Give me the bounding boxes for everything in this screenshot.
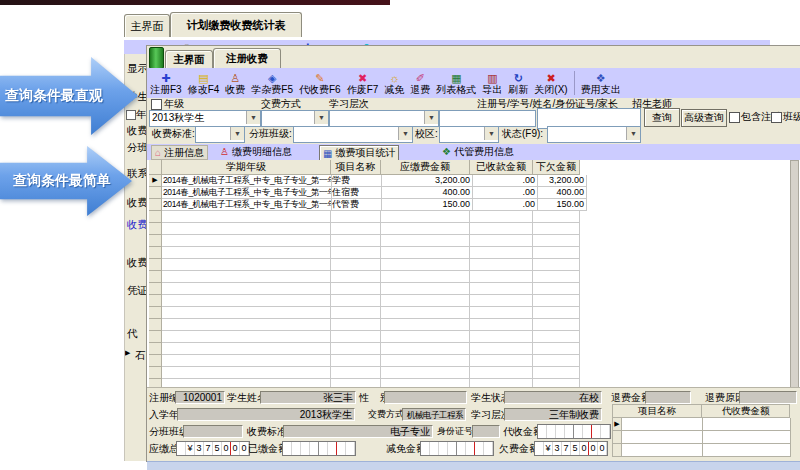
refund-button[interactable]: ✐退费 [407, 72, 433, 95]
app-icon [149, 47, 164, 69]
owed-cell[interactable]: 150.00 [538, 199, 587, 211]
due-cell[interactable]: 3,200.00 [382, 175, 473, 187]
chevron-down-icon[interactable]: ▼ [246, 111, 260, 124]
term-cell[interactable]: 2014春_机械电子工程系_中专_电子专业_第一年 [162, 199, 332, 211]
empty-cell [381, 367, 470, 379]
void-button[interactable]: ✖作废F7 [344, 72, 382, 95]
fee-standard-combobox[interactable]: ▼ [195, 126, 245, 143]
house-icon: ⌂ [155, 147, 161, 158]
view-tab-strip: ⌂注册信息♙缴费明细信息▦缴费项目统计❖代管费用信息 [147, 144, 800, 160]
digit-cell: 5 [213, 442, 222, 455]
outer-tab-fee-statistics[interactable]: 计划缴费收费统计表 [170, 12, 302, 37]
item-cell[interactable]: 学费 [332, 175, 382, 187]
agency-item-cell [622, 431, 703, 444]
chevron-down-icon[interactable]: ▼ [484, 127, 498, 140]
study-level-combobox[interactable]: ▼ [329, 110, 439, 127]
query-button[interactable]: 查询 [644, 108, 680, 127]
book-icon: ◈ [268, 72, 276, 84]
register-button[interactable]: ✚注册F3 [147, 72, 185, 95]
agency-amount-field[interactable] [537, 424, 611, 439]
campus-combobox[interactable]: ▼ [439, 126, 499, 143]
owed-cell[interactable]: 400.00 [538, 187, 587, 199]
chevron-down-icon[interactable]: ▼ [424, 111, 438, 124]
tab-register-info[interactable]: ⌂注册信息 [151, 145, 208, 160]
export-button[interactable]: ▥导出 [479, 72, 505, 95]
diamond-icon: ❖ [442, 146, 451, 157]
empty-cell [162, 331, 331, 343]
received-cell[interactable]: .00 [473, 199, 538, 211]
paid-field[interactable] [282, 441, 356, 456]
rail-fragment: 石 [135, 349, 146, 363]
table-area: 学期年级项目名称应缴费金额已收款金额下欠金额▶2014春_机械电子工程系_中专_… [147, 160, 800, 387]
fuzzy-class-checkbox[interactable] [771, 112, 782, 123]
empty-cell [162, 319, 331, 331]
empty-cell [533, 331, 580, 343]
chevron-down-icon[interactable]: ▼ [314, 111, 328, 124]
class-combobox[interactable]: ▼ [293, 126, 413, 143]
expense-button[interactable]: ❖费用支出 [578, 72, 624, 95]
total-due-field[interactable]: ¥375000 [176, 441, 250, 456]
grid-icon: ▦ [323, 148, 332, 159]
tab-fee-item-stats[interactable]: ▦缴费项目统计 [319, 145, 399, 161]
received-cell[interactable]: .00 [473, 175, 538, 187]
agency-column-header: 代收费金额 [702, 404, 790, 418]
agency-item-cell [622, 444, 703, 457]
owed-field[interactable]: ¥375000 [534, 441, 608, 456]
empty-cell [162, 295, 331, 307]
tuition-button[interactable]: ◈学杂费F5 [248, 72, 296, 95]
term-cell[interactable]: 2014春_机械电子工程系_中专_电子专业_第一年 [162, 175, 332, 187]
empty-cell [162, 367, 331, 379]
due-cell[interactable]: 400.00 [382, 187, 473, 199]
agency-table-row[interactable]: ▶ [612, 418, 791, 431]
inner-tab-main[interactable]: 主界面 [165, 50, 213, 68]
list-format-button[interactable]: ▦列表格式 [433, 72, 479, 95]
name-value: 张三丰 [260, 391, 356, 404]
reduction-field[interactable] [420, 441, 494, 456]
status-combobox[interactable]: ▼ [547, 126, 641, 143]
view-tab-label: 注册信息 [164, 146, 204, 160]
grade-checkbox[interactable] [151, 99, 162, 110]
empty-table-row [149, 343, 587, 355]
payment-toolbar: ✚注册F3▤修改F4♙收费◈学杂费F5✎代收费F6✖作废F7☼减免✐退费▦列表格… [147, 68, 800, 98]
export-book-icon: ▥ [487, 72, 497, 84]
empty-cell [470, 247, 533, 259]
outer-tab-main[interactable]: 主界面 [124, 14, 170, 37]
row-marker-cell [149, 271, 162, 283]
digit-cell: ¥ [544, 442, 553, 455]
owed-cell[interactable]: 3,200.00 [538, 175, 587, 187]
chevron-down-icon[interactable]: ▼ [398, 127, 412, 140]
collect-button[interactable]: ♙收费 [222, 72, 248, 95]
item-cell[interactable]: 住宿费 [332, 187, 382, 199]
empty-cell [381, 295, 470, 307]
close-button[interactable]: ✖关闭(X) [531, 72, 570, 95]
modify-button[interactable]: ▤修改F4 [185, 72, 223, 95]
tab-agency-fee-info[interactable]: ❖代管费用信息 [439, 145, 517, 158]
toolbar-button-label: 减免 [384, 84, 404, 95]
empty-cell [331, 259, 381, 271]
study-level-label: 学习层次 [329, 97, 369, 110]
advanced-query-button[interactable]: 高级查询 [681, 109, 727, 127]
digit-cell: 0 [580, 442, 589, 455]
include-cancelled-checkbox[interactable] [729, 112, 740, 123]
agency-fee-button[interactable]: ✎代收费F6 [296, 72, 344, 95]
due-cell[interactable]: 150.00 [382, 199, 473, 211]
grade-combobox[interactable]: 2013秋学生 ▼ [149, 110, 261, 127]
row-marker-cell [149, 235, 162, 247]
empty-cell [331, 271, 381, 283]
table-header-row: 学期年级项目名称应缴费金额已收款金额下欠金额 [149, 160, 587, 175]
empty-cell [331, 319, 381, 331]
reduce-button[interactable]: ☼减免 [381, 72, 407, 95]
received-cell[interactable]: .00 [473, 187, 538, 199]
chevron-down-icon[interactable]: ▼ [626, 127, 640, 140]
tab-payment-detail[interactable]: ♙缴费明细信息 [217, 145, 295, 158]
chevron-down-icon[interactable]: ▼ [230, 127, 244, 140]
inner-tab-register-payment[interactable]: 注册收费 [213, 48, 281, 68]
refund-amount-value [645, 391, 691, 404]
pay-method-combobox[interactable]: ▼ [261, 110, 329, 127]
item-cell[interactable]: 代管费 [332, 199, 382, 211]
term-cell[interactable]: 2014春_机械电子工程系_中专_电子专业_第一年 [162, 187, 332, 199]
refresh-button[interactable]: ↻刷新 [505, 72, 531, 95]
toolbar-button-label: 退费 [410, 84, 430, 95]
refresh-icon: ↻ [514, 72, 523, 84]
search-key-input[interactable] [439, 110, 536, 127]
